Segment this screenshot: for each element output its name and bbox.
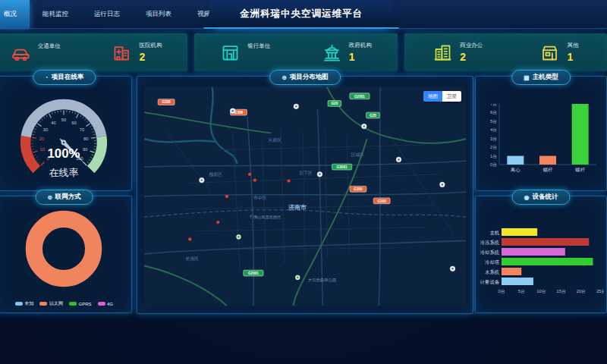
hbar-category-label: 冷冻系统 — [480, 240, 500, 246]
gauge-tick — [72, 111, 73, 114]
svg-text:G308: G308 — [162, 100, 171, 104]
device-icon: ◉ — [524, 194, 530, 201]
gauge-tick-label: 30 — [43, 127, 48, 132]
gauge-tick — [90, 151, 95, 152]
legend-label: 4G — [107, 302, 113, 306]
stat-card: 商业办公2其他1 — [404, 33, 607, 71]
gauge-tick — [33, 151, 37, 152]
legend-item[interactable]: GPRS — [69, 300, 92, 307]
bar — [507, 156, 524, 165]
road-shield: G35 — [366, 112, 380, 118]
map-marker-red[interactable] — [253, 178, 256, 181]
x-tick-label: 5台 — [518, 289, 525, 294]
legend-item[interactable]: 以太网 — [39, 300, 63, 307]
map-marker-poi[interactable] — [396, 157, 401, 162]
map-container[interactable]: 地图 卫星 — [144, 86, 466, 306]
gauge-tick — [32, 149, 34, 150]
map-marker-poi[interactable] — [317, 171, 322, 177]
gauge-tick — [34, 129, 36, 130]
map-marker-green[interactable] — [295, 275, 300, 280]
gauge-tick — [87, 162, 89, 164]
x-tick-label: 25台 — [596, 289, 604, 294]
gauge-tick — [32, 137, 36, 138]
y-tick-label: 2台 — [490, 145, 497, 150]
gauge-tick-label: 20 — [39, 136, 43, 141]
legend-label: 未知 — [24, 300, 33, 307]
panel-header-device-stats: ◉ 设备统计 — [512, 190, 571, 205]
x-tick-label: 20台 — [577, 289, 586, 294]
map-canvas[interactable]: G308G308G20G2001G35G2001G309G308G2001济南市… — [144, 86, 466, 306]
legend-swatch — [15, 302, 23, 306]
gauge-tick — [39, 121, 41, 123]
map-marker-poi[interactable] — [230, 108, 235, 114]
map-marker-poi[interactable] — [439, 182, 445, 187]
map-marker-red[interactable] — [248, 173, 251, 176]
nav-tab[interactable]: 概况 — [0, 0, 30, 28]
stat-value: 2 — [460, 51, 483, 63]
office-icon — [432, 42, 453, 63]
x-category-label: 螺杆 — [543, 167, 553, 173]
map-marker-poi[interactable] — [199, 177, 204, 183]
gauge-tick — [39, 162, 40, 164]
svg-text:G2001: G2001 — [248, 271, 259, 275]
panel-title: 主机类型 — [533, 73, 558, 82]
legend-item[interactable]: 未知 — [15, 300, 34, 307]
gauge-tick-label: 10 — [40, 147, 45, 152]
map-marker-green[interactable] — [236, 234, 241, 239]
nav-tab[interactable]: 运行日志 — [81, 0, 133, 28]
gauge-tick — [52, 112, 52, 114]
map-marker-red[interactable] — [216, 221, 219, 224]
satellite-mode-button[interactable]: 卫星 — [442, 91, 461, 102]
panel-host-type: ▦ 主机类型 0台1台2台3台4台5台6台7台离心螺杆螺杆 — [475, 76, 607, 191]
stat-text: 交通单位 — [38, 42, 61, 63]
map-label: 槐荫区 — [209, 172, 223, 177]
map-label: 历城区 — [351, 152, 364, 158]
network-donut-chart — [0, 207, 128, 290]
gauge-tick-label: 80 — [83, 136, 88, 141]
y-tick-label: 5台 — [490, 119, 497, 124]
map-label: 大石崮森林公园 — [308, 278, 336, 283]
bank-icon — [220, 42, 241, 63]
top-navigation-bar: 概况能耗监控运行日志项目列表视频监控 金洲科瑞中央空调运维平台 — [0, 0, 607, 29]
nav-tab[interactable]: 能耗监控 — [30, 0, 81, 28]
legend-label: GPRS — [78, 302, 91, 306]
gauge-label: 在线率 — [49, 167, 79, 178]
nav-tab[interactable]: 项目列表 — [133, 0, 184, 28]
svg-text:G309: G309 — [354, 187, 363, 191]
stat-item: 其他1 — [539, 42, 578, 63]
map-label: 长清区 — [185, 256, 199, 262]
bar — [572, 104, 589, 165]
map-marker-red[interactable] — [287, 179, 290, 182]
gauge-value: 100% — [48, 146, 80, 161]
stat-label: 医院机构 — [139, 42, 162, 49]
legend-item[interactable]: 4G — [98, 300, 114, 307]
gauge-tick — [34, 155, 36, 155]
map-layer-toggle: 地图 卫星 — [423, 91, 461, 102]
app-title-banner: 金洲科瑞中央空调运维平台 — [215, 0, 388, 29]
y-tick-label: 3台 — [490, 136, 497, 142]
map-label: 历下区 — [299, 170, 313, 176]
stat-text: 政府机构1 — [349, 42, 372, 63]
legend-swatch — [69, 302, 77, 306]
gauge-tick — [84, 119, 86, 121]
gauge-tick — [46, 115, 47, 117]
bar — [539, 156, 556, 165]
map-marker-poi[interactable] — [450, 266, 455, 271]
hospital-icon — [112, 42, 132, 63]
panel-network-type: ⊚ 联网方式 未知以太网GPRS4G — [0, 196, 132, 313]
map-marker-red[interactable] — [188, 237, 191, 240]
gauge-tick — [90, 126, 92, 127]
hbar — [502, 248, 565, 256]
legend-swatch — [98, 302, 105, 306]
gauge-tick — [55, 111, 55, 114]
network-legend: 未知以太网GPRS4G — [0, 300, 131, 307]
map-marker-poi[interactable] — [294, 104, 299, 109]
y-tick-label: 0台 — [490, 162, 497, 168]
stat-text: 银行单位 — [247, 42, 270, 63]
map-mode-button[interactable]: 地图 — [423, 91, 442, 102]
map-marker-poi[interactable] — [361, 124, 366, 129]
road-shield: G2001 — [350, 93, 370, 99]
x-tick-label: 15台 — [556, 289, 565, 294]
gauge-segment — [91, 136, 102, 170]
map-marker-red[interactable] — [225, 195, 228, 198]
